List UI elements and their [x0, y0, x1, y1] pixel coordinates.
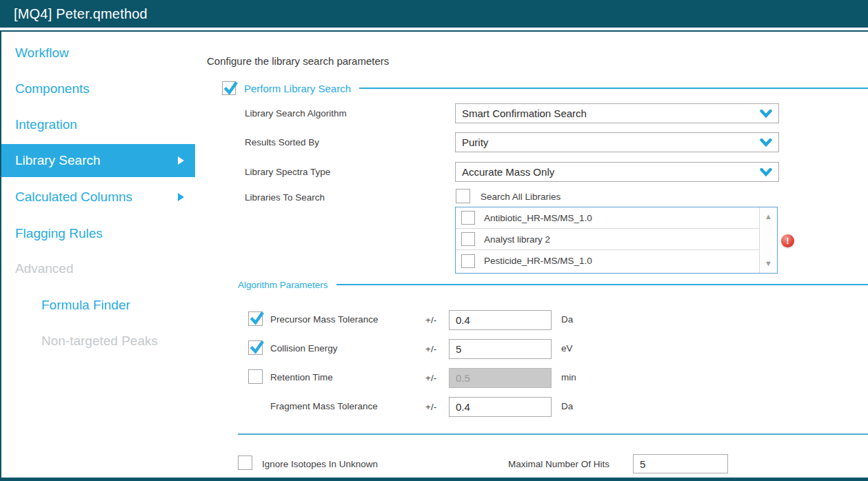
dropdown-value: Purity — [462, 136, 760, 148]
checkmark-icon — [249, 339, 265, 355]
checkmark-icon — [223, 80, 239, 96]
sidebar-item-workflow[interactable]: Workflow — [15, 45, 69, 61]
dropdown-value: Accurate Mass Only — [462, 166, 760, 178]
section-rule — [336, 284, 868, 285]
results-sorted-by-label: Results Sorted By — [245, 137, 319, 147]
perform-library-search-checkbox[interactable] — [222, 81, 236, 95]
arrow-right-icon — [178, 156, 184, 165]
dropdown-value: Smart Confirmation Search — [462, 108, 760, 119]
sidebar-item-components[interactable]: Components — [15, 81, 90, 96]
library-name: Pesticide_HR-MS/MS_1.0 — [484, 256, 592, 266]
library-search-algorithm-dropdown[interactable]: Smart Confirmation Search — [455, 103, 779, 123]
library-spectra-type-dropdown[interactable]: Accurate Mass Only — [455, 162, 779, 182]
collision-energy-checkbox[interactable] — [248, 340, 263, 355]
sidebar-item-calculated-columns[interactable]: Calculated Columns — [15, 190, 132, 205]
sidebar-item-formula-finder[interactable]: Formula Finder — [41, 298, 130, 313]
checkmark-icon — [249, 310, 265, 326]
chevron-down-icon — [760, 110, 772, 118]
unit-label: Da — [561, 401, 573, 411]
library-list-item[interactable]: Pesticide_HR-MS/MS_1.0 — [456, 250, 759, 272]
library-list-item[interactable]: Antibiotic_HR-MS/MS_1.0 — [456, 207, 759, 229]
section-label: Algorithm Parameters — [238, 280, 328, 290]
maximal-number-of-hits-label: Maximal Number Of Hits — [508, 459, 609, 469]
chevron-down-icon — [760, 139, 772, 147]
library-checkbox[interactable] — [461, 232, 475, 246]
libraries-scrollbar[interactable]: ▲ ▼ — [759, 207, 777, 273]
section-label: Perform Library Search — [244, 83, 351, 94]
fragment-mass-tolerance-label: Fragment Mass Tolerance — [270, 401, 378, 411]
search-all-libraries-checkbox[interactable] — [456, 189, 470, 203]
ignore-isotopes-checkbox[interactable] — [238, 456, 252, 470]
ignore-isotopes-label: Ignore Isotopes In Unknown — [262, 459, 378, 469]
validation-error-icon: ! — [781, 234, 794, 247]
unit-label: Da — [561, 314, 573, 325]
page-title: Configure the library search parameters — [207, 55, 389, 67]
library-name: Antibiotic_HR-MS/MS_1.0 — [484, 213, 592, 223]
plus-minus-label: +/- — [425, 315, 436, 325]
retention-time-label: Retention Time — [270, 372, 333, 382]
method-editor-window: [MQ4] Peter.qmethod Workflow Components … — [0, 0, 868, 481]
window-title: [MQ4] Peter.qmethod — [14, 6, 148, 22]
title-bar: [MQ4] Peter.qmethod — [0, 0, 868, 28]
scroll-up-icon[interactable]: ▲ — [760, 213, 777, 221]
retention-time-checkbox[interactable] — [248, 369, 263, 384]
scroll-down-icon[interactable]: ▼ — [760, 260, 777, 267]
sidebar-item-integration[interactable]: Integration — [15, 117, 77, 132]
plus-minus-label: +/- — [425, 402, 436, 412]
unit-label: min — [561, 372, 576, 382]
precursor-mass-tolerance-label: Precursor Mass Tolerance — [270, 314, 379, 325]
section-divider — [238, 433, 868, 435]
algorithm-parameters-section: Algorithm Parameters — [238, 278, 868, 291]
libraries-list: Antibiotic_HR-MS/MS_1.0 Analyst library … — [455, 207, 778, 274]
fragment-mass-tolerance-input[interactable] — [449, 397, 552, 417]
libraries-list-rows: Antibiotic_HR-MS/MS_1.0 Analyst library … — [456, 207, 759, 273]
section-rule — [359, 88, 868, 89]
library-checkbox[interactable] — [461, 211, 475, 225]
sidebar-item-non-targeted-peaks: Non-targeted Peaks — [41, 334, 158, 349]
library-list-item[interactable]: Analyst library 2 — [456, 229, 759, 250]
library-name: Analyst library 2 — [484, 234, 550, 245]
library-checkbox[interactable] — [461, 254, 475, 268]
retention-time-input — [449, 368, 552, 388]
sidebar-item-advanced: Advanced — [15, 261, 74, 276]
library-spectra-type-label: Library Spectra Type — [245, 167, 330, 177]
bottom-border — [0, 478, 868, 481]
sidebar-item-library-search[interactable]: Library Search — [1, 144, 195, 177]
precursor-mass-tolerance-checkbox[interactable] — [248, 311, 263, 326]
plus-minus-label: +/- — [425, 344, 436, 354]
search-all-libraries-label: Search All Libraries — [481, 192, 561, 202]
library-search-algorithm-label: Library Search Algorithm — [245, 108, 347, 119]
sidebar-item-flagging-rules[interactable]: Flagging Rules — [15, 226, 103, 241]
collision-energy-label: Collision Energy — [270, 343, 338, 354]
precursor-mass-tolerance-input[interactable] — [449, 310, 552, 330]
chevron-down-icon — [760, 168, 772, 176]
perform-library-search-section: Perform Library Search — [222, 81, 868, 96]
unit-label: eV — [561, 343, 573, 354]
plus-minus-label: +/- — [425, 373, 436, 383]
sidebar-item-label: Library Search — [15, 153, 101, 168]
collision-energy-input[interactable] — [449, 339, 552, 359]
arrow-right-icon — [178, 193, 184, 201]
maximal-number-of-hits-input[interactable] — [633, 454, 728, 473]
results-sorted-by-dropdown[interactable]: Purity — [455, 132, 779, 152]
libraries-to-search-label: Libraries To Search — [245, 192, 325, 203]
